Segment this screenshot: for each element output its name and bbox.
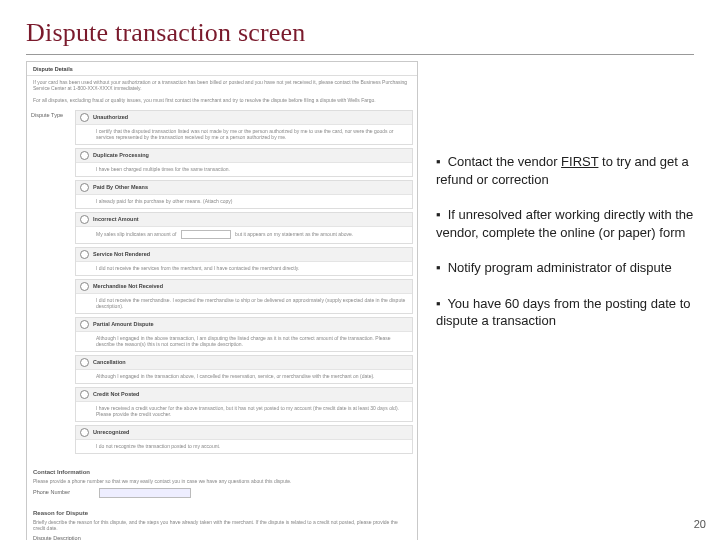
dispute-row: UnauthorizedI certify that the disputed … — [75, 110, 413, 145]
mock-note: For all disputes, excluding fraud or qua… — [27, 94, 417, 106]
radio-icon[interactable] — [80, 320, 89, 329]
row-title: Unauthorized — [93, 114, 128, 121]
row-title: Incorrect Amount — [93, 216, 139, 223]
desc-label: Dispute Description — [33, 535, 93, 540]
row-desc: My sales slip indicates an amount of but… — [76, 227, 412, 243]
dispute-row: UnrecognizedI do not recognize the trans… — [75, 425, 413, 454]
dispute-row: Service Not RenderedI did not receive th… — [75, 247, 413, 276]
row-desc: Although I engaged in the transaction ab… — [76, 370, 412, 383]
bullet-list: ▪ Contact the vendor FIRST to try and ge… — [436, 153, 706, 348]
radio-icon[interactable] — [80, 215, 89, 224]
row-title: Paid By Other Means — [93, 184, 148, 191]
row-desc: Although I engaged in the above transact… — [76, 332, 412, 351]
dispute-row: Credit Not PostedI have received a credi… — [75, 387, 413, 422]
dispute-row: Duplicate ProcessingI have been charged … — [75, 148, 413, 177]
row-desc: I certify that the disputed transaction … — [76, 125, 412, 144]
dispute-screenshot: Dispute Details If your card has been us… — [26, 61, 418, 540]
row-title: Unrecognized — [93, 429, 129, 436]
contact-lead: Please provide a phone number so that we… — [33, 478, 411, 486]
radio-icon[interactable] — [80, 183, 89, 192]
row-title: Credit Not Posted — [93, 391, 139, 398]
amount-input[interactable] — [181, 230, 231, 239]
radio-icon[interactable] — [80, 282, 89, 291]
reason-heading: Reason for Dispute — [27, 504, 417, 519]
page-number: 20 — [694, 518, 706, 530]
phone-label: Phone Number — [33, 489, 93, 496]
dispute-row: Merchandise Not ReceivedI did not receiv… — [75, 279, 413, 314]
row-desc: I have received a credit voucher for the… — [76, 402, 412, 421]
dispute-row: Partial Amount DisputeAlthough I engaged… — [75, 317, 413, 352]
bullet-item: ▪ Contact the vendor FIRST to try and ge… — [436, 153, 706, 188]
title-rule — [26, 54, 694, 55]
row-title: Cancellation — [93, 359, 126, 366]
side-label: Dispute Type — [31, 112, 63, 119]
radio-icon[interactable] — [80, 390, 89, 399]
dispute-row: Incorrect AmountMy sales slip indicates … — [75, 212, 413, 244]
row-desc: I did not receive the services from the … — [76, 262, 412, 275]
bullet-item: ▪ If unresolved after working directly w… — [436, 206, 706, 241]
radio-icon[interactable] — [80, 151, 89, 160]
bullet-item: ▪ Notify program administrator of disput… — [436, 259, 706, 277]
row-desc: I do not recognize the transaction poste… — [76, 440, 412, 453]
row-desc: I have been charged multiple times for t… — [76, 163, 412, 176]
radio-icon[interactable] — [80, 358, 89, 367]
row-title: Duplicate Processing — [93, 152, 149, 159]
radio-icon[interactable] — [80, 113, 89, 122]
dispute-row: CancellationAlthough I engaged in the tr… — [75, 355, 413, 384]
mock-header: Dispute Details — [27, 62, 417, 76]
contact-heading: Contact Information — [27, 463, 417, 478]
bullet-item: ▪ You have 60 days from the posting date… — [436, 295, 706, 330]
phone-input[interactable] — [99, 488, 191, 498]
page-title: Dispute transaction screen — [26, 18, 694, 48]
radio-icon[interactable] — [80, 428, 89, 437]
dispute-row: Paid By Other MeansI already paid for th… — [75, 180, 413, 209]
row-title: Merchandise Not Received — [93, 283, 163, 290]
reason-lead: Briefly describe the reason for this dis… — [33, 519, 411, 533]
radio-icon[interactable] — [80, 250, 89, 259]
row-desc: I already paid for this purchase by othe… — [76, 195, 412, 208]
row-title: Service Not Rendered — [93, 251, 150, 258]
row-desc: I did not receive the merchandise. I exp… — [76, 294, 412, 313]
mock-intro: If your card has been used without your … — [27, 76, 417, 94]
row-title: Partial Amount Dispute — [93, 321, 154, 328]
